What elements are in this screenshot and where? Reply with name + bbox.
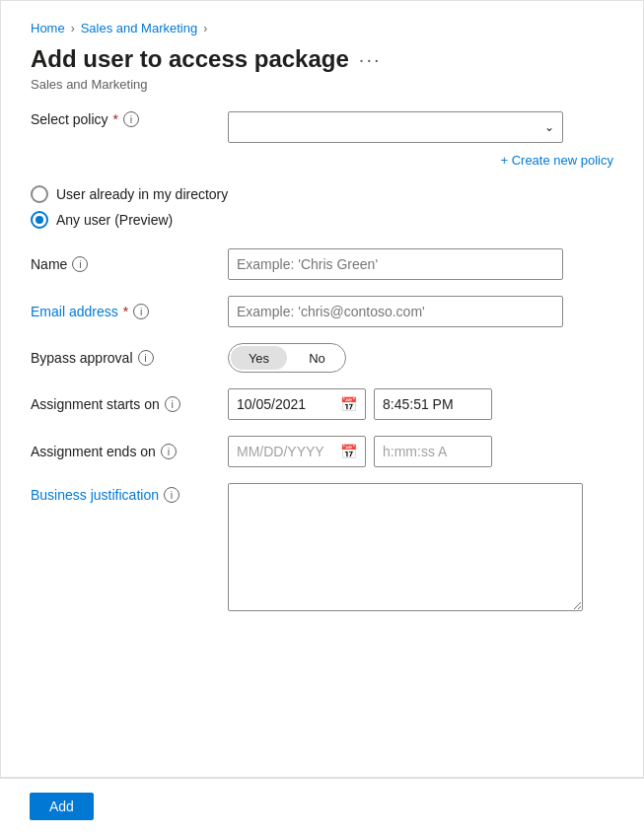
add-button[interactable]: Add: [30, 793, 94, 820]
bypass-approval-info-icon[interactable]: i: [138, 350, 154, 366]
create-new-policy-link[interactable]: + Create new policy: [500, 153, 613, 168]
chevron-down-icon: ⌄: [544, 120, 554, 134]
page-container: Home › Sales and Marketing › Add user to…: [0, 0, 644, 834]
name-label-text: Name: [31, 256, 67, 272]
ends-time-placeholder: h:mm:ss A: [383, 444, 447, 459]
select-policy-info-icon[interactable]: i: [123, 111, 139, 127]
name-input[interactable]: [228, 248, 563, 280]
ends-time-input[interactable]: h:mm:ss A: [374, 436, 492, 467]
assignment-starts-control: 10/05/2021 📅 8:45:51 PM: [228, 388, 613, 420]
bypass-approval-row: Bypass approval i Yes No: [31, 343, 613, 373]
bypass-approval-toggle[interactable]: Yes No: [228, 343, 346, 373]
name-row: Name i: [31, 248, 613, 280]
select-policy-row: Select policy * i ⌄: [31, 111, 613, 143]
bypass-approval-label: Bypass approval i: [31, 350, 228, 366]
radio-dot-2: [36, 216, 43, 224]
business-justification-label-text: Business justification: [31, 487, 159, 503]
radio-circle-2: [31, 211, 48, 229]
page-title-row: Add user to access package ···: [31, 45, 613, 73]
email-info-icon[interactable]: i: [133, 304, 149, 319]
starts-time-value: 8:45:51 PM: [383, 396, 454, 412]
calendar-icon-starts: 📅: [340, 396, 357, 412]
policy-link-row: + Create new policy: [31, 149, 613, 168]
starts-date-input[interactable]: 10/05/2021 📅: [228, 388, 366, 420]
name-info-icon[interactable]: i: [72, 256, 88, 272]
business-justification-row: Business justification i: [31, 483, 613, 614]
ends-date-placeholder: MM/DD/YYYY: [237, 444, 324, 459]
radio-user-in-directory[interactable]: User already in my directory: [31, 185, 613, 203]
assignment-ends-info-icon[interactable]: i: [161, 444, 177, 459]
assignment-ends-row: Assignment ends on i MM/DD/YYYY 📅 h:mm:s…: [31, 436, 613, 467]
user-type-radio-group: User already in my directory Any user (P…: [31, 185, 613, 229]
breadcrumb-separator-1: ›: [71, 22, 75, 35]
assignment-ends-control: MM/DD/YYYY 📅 h:mm:ss A: [228, 436, 613, 467]
calendar-icon-ends: 📅: [340, 444, 357, 459]
assignment-starts-label-text: Assignment starts on: [31, 396, 160, 412]
radio-label-1: User already in my directory: [56, 186, 228, 202]
breadcrumb-separator-2: ›: [203, 22, 207, 35]
starts-datetime-group: 10/05/2021 📅 8:45:51 PM: [228, 388, 613, 420]
assignment-ends-label-text: Assignment ends on: [31, 444, 156, 459]
ends-date-input[interactable]: MM/DD/YYYY 📅: [228, 436, 366, 467]
radio-circle-1: [31, 185, 48, 203]
business-justification-info-icon[interactable]: i: [164, 487, 179, 503]
email-label-text: Email address: [31, 304, 118, 319]
page-title: Add user to access package: [31, 45, 349, 73]
email-control: [228, 296, 613, 327]
page-subtitle: Sales and Marketing: [31, 77, 613, 92]
assignment-starts-info-icon[interactable]: i: [165, 396, 180, 412]
more-options-icon[interactable]: ···: [359, 48, 382, 71]
policy-dropdown[interactable]: ⌄: [228, 111, 563, 143]
assignment-starts-label: Assignment starts on i: [31, 396, 228, 412]
select-policy-control: ⌄: [228, 111, 613, 143]
select-policy-label: Select policy * i: [31, 111, 228, 127]
select-policy-label-text: Select policy: [31, 111, 108, 127]
breadcrumb-sales[interactable]: Sales and Marketing: [81, 21, 198, 35]
starts-time-input[interactable]: 8:45:51 PM: [374, 388, 492, 420]
toggle-no[interactable]: No: [289, 344, 345, 372]
business-justification-control: [228, 483, 613, 614]
email-label: Email address * i: [31, 304, 228, 319]
bypass-approval-label-text: Bypass approval: [31, 350, 133, 366]
email-required-indicator: *: [123, 304, 128, 319]
required-indicator: *: [113, 111, 118, 127]
assignment-starts-row: Assignment starts on i 10/05/2021 📅 8:45…: [31, 388, 613, 420]
main-content: Home › Sales and Marketing › Add user to…: [0, 0, 644, 778]
footer-bar: Add: [0, 778, 644, 834]
name-control: [228, 248, 613, 280]
toggle-yes[interactable]: Yes: [231, 346, 287, 370]
email-row: Email address * i: [31, 296, 613, 327]
email-input[interactable]: [228, 296, 563, 327]
starts-date-value: 10/05/2021: [237, 396, 306, 412]
business-justification-textarea[interactable]: [228, 483, 583, 611]
ends-datetime-group: MM/DD/YYYY 📅 h:mm:ss A: [228, 436, 613, 467]
radio-label-2: Any user (Preview): [56, 212, 173, 228]
breadcrumb: Home › Sales and Marketing ›: [31, 21, 613, 35]
radio-any-user[interactable]: Any user (Preview): [31, 211, 613, 229]
breadcrumb-home[interactable]: Home: [31, 21, 65, 35]
assignment-ends-label: Assignment ends on i: [31, 444, 228, 459]
name-label: Name i: [31, 256, 228, 272]
bypass-approval-control: Yes No: [228, 343, 613, 373]
business-justification-label: Business justification i: [31, 487, 228, 503]
